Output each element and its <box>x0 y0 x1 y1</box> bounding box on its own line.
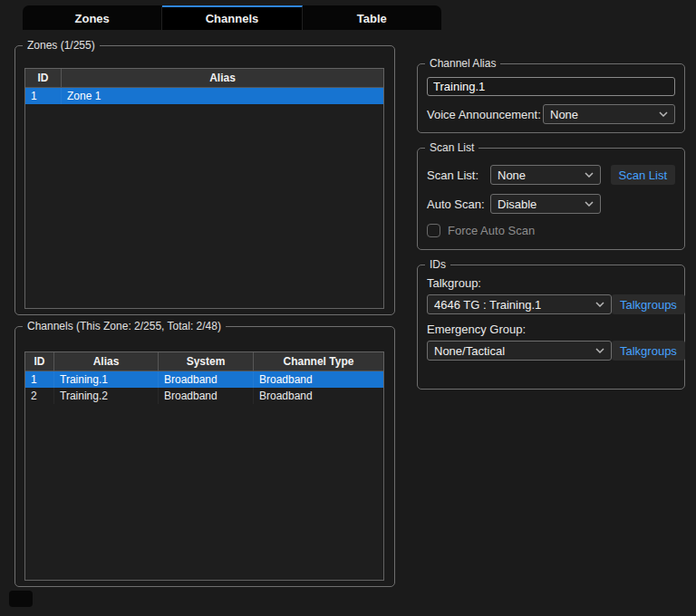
emergency-group-dropdown[interactable]: None/Tactical <box>427 341 612 361</box>
emergency-group-label: Emergency Group: <box>427 322 675 336</box>
scan-list-value: None <box>498 168 526 182</box>
table-row[interactable]: 1Zone 1 <box>25 88 383 104</box>
ids-panel: IDs Talkgroup: 4646 TG : Training.1 Talk… <box>417 265 685 390</box>
table-cell: Training.2 <box>54 388 159 404</box>
tab-channels[interactable]: Channels <box>162 5 302 30</box>
chevron-down-icon <box>659 111 668 117</box>
tab-table[interactable]: Table <box>303 5 441 30</box>
channel-alias-title: Channel Alias <box>425 57 500 70</box>
ids-title: IDs <box>425 258 450 271</box>
tab-bar: ZonesChannelsTable <box>23 5 441 30</box>
chevron-down-icon <box>595 302 604 307</box>
table-cell: Broadband <box>254 371 383 388</box>
channel-alias-input[interactable] <box>427 77 675 96</box>
zones-table-header: IDAlias <box>25 69 383 88</box>
table-row[interactable]: 1Training.1BroadbandBroadband <box>25 371 383 388</box>
voice-announcement-dropdown[interactable]: None <box>543 104 675 124</box>
scan-list-title: Scan List <box>425 141 478 154</box>
chevron-down-icon <box>595 348 604 353</box>
table-cell: Broadband <box>159 371 254 388</box>
channel-alias-panel: Channel Alias Voice Announcement: None <box>417 63 685 133</box>
column-header[interactable]: Alias <box>54 352 159 371</box>
scan-list-dropdown[interactable]: None <box>490 165 601 185</box>
channels-table-body: 1Training.1BroadbandBroadband2Training.2… <box>25 371 383 580</box>
table-cell: Zone 1 <box>62 88 383 104</box>
column-header[interactable]: Alias <box>62 69 383 87</box>
chevron-down-icon <box>585 172 594 178</box>
chevron-down-icon <box>585 201 594 207</box>
table-cell: Training.1 <box>54 371 159 388</box>
talkgroup-value: 4646 TG : Training.1 <box>434 298 541 312</box>
scan-list-label: Scan List: <box>427 168 490 182</box>
auto-scan-dropdown[interactable]: Disable <box>490 194 601 214</box>
zones-table: IDAlias 1Zone 1 <box>24 68 384 309</box>
table-cell: 1 <box>25 88 62 104</box>
column-header[interactable]: ID <box>25 352 54 371</box>
auto-scan-label: Auto Scan: <box>427 197 490 211</box>
table-cell: Broadband <box>254 388 383 404</box>
tab-zones[interactable]: Zones <box>23 5 162 30</box>
table-cell: Broadband <box>159 388 254 404</box>
channels-panel: Channels (This Zone: 2/255, Total: 2/48)… <box>14 326 395 587</box>
column-header[interactable]: Channel Type <box>254 352 383 371</box>
auto-scan-value: Disable <box>498 197 536 211</box>
talkgroup-label: Talkgroup: <box>427 276 675 290</box>
corner-stub <box>9 591 33 607</box>
zones-panel-title: Zones (1/255) <box>23 39 100 52</box>
table-row[interactable]: 2Training.2BroadbandBroadband <box>25 388 383 404</box>
channels-panel-title: Channels (This Zone: 2/255, Total: 2/48) <box>23 320 226 332</box>
voice-announcement-value: None <box>550 108 578 121</box>
talkgroups-button[interactable]: Talkgroups <box>612 294 685 314</box>
table-cell: 1 <box>25 371 54 388</box>
emergency-talkgroups-button[interactable]: Talkgroups <box>612 341 685 361</box>
force-auto-scan-checkbox[interactable] <box>427 224 440 237</box>
zones-panel: Zones (1/255) IDAlias 1Zone 1 <box>14 45 395 315</box>
talkgroup-dropdown[interactable]: 4646 TG : Training.1 <box>427 294 612 314</box>
column-header[interactable]: ID <box>25 69 62 87</box>
voice-announcement-label: Voice Announcement: <box>427 108 541 121</box>
scan-list-button[interactable]: Scan List <box>611 165 675 185</box>
column-header[interactable]: System <box>159 352 254 371</box>
force-auto-scan-label: Force Auto Scan <box>448 224 535 237</box>
zones-table-body: 1Zone 1 <box>25 88 383 308</box>
emergency-group-value: None/Tactical <box>434 344 505 358</box>
channels-table-header: IDAliasSystemChannel Type <box>25 352 383 371</box>
app-window: ZonesChannelsTable Zones (1/255) IDAlias… <box>0 0 696 616</box>
table-cell: 2 <box>25 388 54 404</box>
scan-list-panel: Scan List Scan List: None Scan List Auto… <box>417 148 685 250</box>
channels-table: IDAliasSystemChannel Type 1Training.1Bro… <box>24 351 384 581</box>
